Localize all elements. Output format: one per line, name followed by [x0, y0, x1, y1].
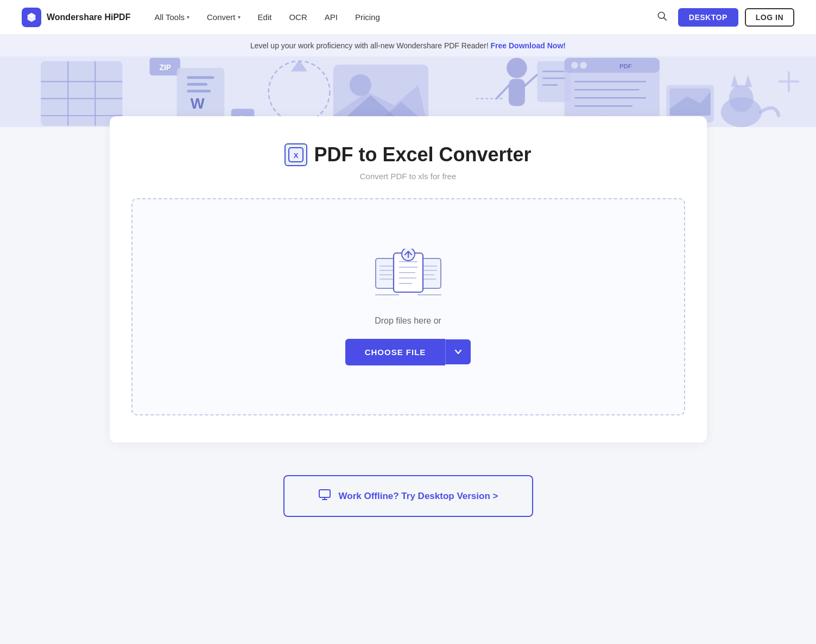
svg-rect-76 [319, 490, 330, 497]
nav-convert[interactable]: Convert ▾ [199, 8, 248, 26]
drop-zone[interactable]: Drop files here or CHOOSE FILE [131, 198, 685, 415]
choose-file-dropdown-button[interactable] [445, 339, 471, 364]
login-button[interactable]: LOG IN [745, 8, 794, 27]
nav-all-tools[interactable]: All Tools ▾ [147, 8, 197, 26]
svg-text:W: W [191, 95, 205, 112]
offline-text: Work Offline? Try Desktop Version > [339, 491, 498, 502]
choose-file-area: CHOOSE FILE [345, 339, 471, 365]
chevron-down-icon: ▾ [238, 14, 241, 20]
navbar: Wondershare HiPDF All Tools ▾ Convert ▾ … [0, 0, 816, 35]
nav-actions: DESKTOP LOG IN [652, 6, 794, 28]
search-button[interactable] [652, 6, 672, 28]
nav-links: All Tools ▾ Convert ▾ Edit OCR API Prici… [147, 8, 651, 26]
svg-point-43 [729, 85, 754, 112]
desktop-icon [318, 488, 331, 504]
svg-point-25 [507, 58, 527, 78]
title-area: X PDF to Excel Converter [131, 143, 685, 166]
choose-file-button[interactable]: CHOOSE FILE [345, 339, 446, 365]
nav-edit[interactable]: Edit [250, 8, 280, 26]
offline-banner[interactable]: Work Offline? Try Desktop Version > [283, 475, 533, 517]
nav-api[interactable]: API [317, 8, 345, 26]
excel-icon: X [284, 143, 307, 166]
svg-text:X: X [294, 151, 299, 160]
chevron-down-icon: ▾ [187, 14, 189, 20]
svg-rect-12 [187, 76, 214, 79]
brand-name: Wondershare HiPDF [47, 12, 130, 22]
main-content: X PDF to Excel Converter Convert PDF to … [0, 127, 816, 550]
logo-icon [22, 8, 41, 27]
promo-banner: Level up your work proficiency with all-… [0, 35, 816, 56]
converter-card: X PDF to Excel Converter Convert PDF to … [110, 116, 707, 443]
banner-link[interactable]: Free Download Now! [491, 41, 566, 50]
upload-icon-area [373, 249, 444, 303]
page-subtitle: Convert PDF to xls for free [131, 172, 685, 181]
svg-text:ZIP: ZIP [160, 64, 171, 72]
banner-text: Level up your work proficiency with all-… [250, 41, 489, 50]
logo-area[interactable]: Wondershare HiPDF [22, 8, 130, 27]
svg-rect-13 [187, 83, 207, 86]
nav-ocr[interactable]: OCR [281, 8, 314, 26]
desktop-button[interactable]: DESKTOP [678, 8, 738, 27]
svg-rect-34 [565, 58, 660, 73]
svg-line-1 [664, 18, 667, 21]
svg-point-35 [571, 62, 578, 69]
svg-rect-26 [509, 79, 525, 106]
svg-point-36 [580, 62, 587, 69]
svg-rect-14 [187, 90, 211, 92]
drop-files-text: Drop files here or [375, 316, 441, 326]
svg-text:PDF: PDF [619, 63, 632, 70]
page-title: PDF to Excel Converter [314, 143, 531, 166]
nav-pricing[interactable]: Pricing [347, 8, 388, 26]
